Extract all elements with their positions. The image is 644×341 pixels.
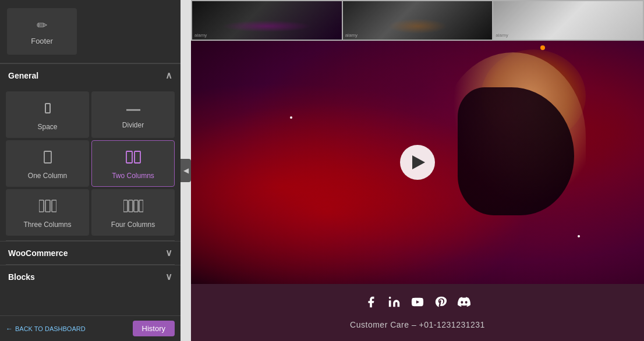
svg-rect-5 [39, 200, 44, 212]
svg-rect-4 [135, 151, 140, 163]
main-area: alamy alamy alamy [191, 0, 644, 341]
four-columns-label: Four Columns [111, 221, 155, 229]
divider-icon [126, 103, 140, 116]
footer-block[interactable]: ✏ Footer [7, 8, 77, 55]
two-columns-icon [126, 150, 141, 167]
facebook-icon[interactable] [365, 296, 377, 312]
thumbnail-1[interactable]: alamy [192, 1, 342, 40]
footer-edit-icon: ✏ [37, 18, 47, 33]
divider-label: Divider [122, 121, 144, 129]
back-arrow-icon: ← [6, 325, 13, 333]
back-dashboard-label: BACK TO DASHBOARD [15, 325, 86, 332]
four-columns-icon [123, 199, 143, 216]
thumb2-watermark: alamy [345, 33, 358, 38]
sidebar-bottom: ← BACK TO DASHBOARD History [0, 315, 181, 341]
white-dot-2 [578, 235, 580, 237]
one-column-item[interactable]: One Column [6, 140, 89, 187]
one-column-icon [41, 150, 54, 167]
svg-point-13 [389, 297, 391, 299]
thumbnail-3[interactable]: alamy [493, 1, 643, 40]
two-columns-item[interactable]: Two Columns [91, 140, 175, 187]
footer-label: Footer [31, 37, 53, 45]
thumbnails-strip: alamy alamy alamy [191, 0, 644, 41]
two-columns-label: Two Columns [112, 172, 154, 180]
general-section-label: General [8, 71, 38, 80]
play-button[interactable] [400, 145, 435, 180]
space-item[interactable]: Space [6, 91, 89, 138]
back-to-dashboard-button[interactable]: ← BACK TO DASHBOARD [6, 325, 86, 333]
thumb1-watermark: alamy [194, 33, 207, 38]
svg-rect-8 [123, 200, 128, 212]
social-icons-row [365, 296, 470, 312]
main-footer-section: Customer Care – +01-1231231231 [191, 284, 644, 341]
space-label: Space [37, 123, 57, 131]
general-section-header[interactable]: General ∧ [0, 63, 181, 87]
svg-rect-7 [52, 200, 56, 212]
orange-indicator-dot [540, 45, 545, 50]
blocks-label: Blocks [8, 272, 35, 282]
svg-rect-11 [139, 200, 143, 212]
three-columns-label: Three Columns [23, 221, 71, 229]
svg-rect-3 [126, 151, 132, 163]
blocks-chevron-icon: ∨ [165, 271, 172, 282]
general-grid: Space Divider One Column [0, 87, 181, 240]
four-columns-item[interactable]: Four Columns [91, 189, 175, 236]
youtube-icon[interactable] [411, 296, 424, 312]
three-columns-icon [39, 199, 56, 216]
play-icon [412, 155, 425, 169]
general-chevron-icon: ∧ [165, 70, 172, 81]
woocommerce-chevron-icon: ∨ [165, 247, 172, 258]
blocks-section-header[interactable]: Blocks ∨ [0, 265, 181, 288]
woocommerce-label: WooCommerce [8, 248, 68, 258]
svg-rect-2 [44, 151, 51, 163]
divider-item[interactable]: Divider [91, 91, 175, 138]
space-icon [41, 101, 55, 118]
discord-icon[interactable] [458, 296, 470, 312]
sidebar: ✏ Footer General ∧ Space Divider [0, 0, 181, 341]
history-button[interactable]: History [133, 321, 175, 336]
svg-rect-12 [389, 300, 391, 307]
pinterest-icon[interactable] [434, 296, 447, 312]
woocommerce-section-header[interactable]: WooCommerce ∨ [0, 241, 181, 264]
svg-rect-0 [45, 104, 50, 113]
collapse-arrow-icon: ◀ [183, 166, 189, 175]
thumbnail-2[interactable]: alamy [343, 1, 493, 40]
sidebar-top: ✏ Footer [0, 0, 181, 63]
video-section[interactable] [191, 41, 644, 284]
linkedin-icon[interactable] [388, 296, 401, 312]
svg-rect-10 [134, 200, 138, 212]
sidebar-collapse-toggle[interactable]: ◀ [181, 159, 191, 182]
history-label: History [142, 324, 165, 333]
thumb3-watermark: alamy [496, 33, 508, 38]
white-dot-1 [290, 116, 292, 119]
svg-rect-6 [45, 200, 50, 212]
svg-rect-9 [129, 200, 133, 212]
one-column-label: One Column [28, 172, 67, 180]
three-columns-item[interactable]: Three Columns [6, 189, 89, 236]
customer-care-text: Customer Care – +01-1231231231 [350, 320, 485, 329]
